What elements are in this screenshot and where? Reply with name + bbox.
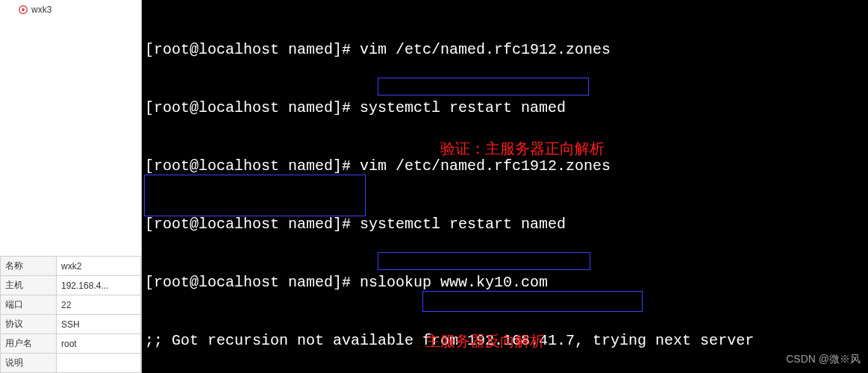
highlight-box <box>144 175 366 216</box>
prop-row: 说明 <box>1 354 141 373</box>
prop-value[interactable]: wxk2 <box>57 257 141 276</box>
prop-row: 端口22 <box>1 295 141 315</box>
prop-label: 用户名 <box>1 334 57 354</box>
sidebar: wxk3 名称wxk2 主机192.168.4... 端口22 协议SSH 用户… <box>0 0 142 373</box>
prop-label: 名称 <box>1 257 57 276</box>
prop-value[interactable]: 192.168.4... <box>57 276 141 295</box>
highlight-box <box>422 291 643 312</box>
terminal-line: [root@localhost named]# vim /etc/named.r… <box>145 157 865 176</box>
prop-row: 主机192.168.4... <box>1 276 141 295</box>
prop-row: 名称wxk2 <box>1 257 141 276</box>
prop-value[interactable] <box>57 354 141 373</box>
prop-row: 协议SSH <box>1 315 141 334</box>
terminal-line: ;; Got recursion not available from 192.… <box>145 331 865 351</box>
svg-point-1 <box>22 8 25 11</box>
watermark: CSDN @微※风 <box>786 349 861 369</box>
highlight-box <box>378 252 590 270</box>
prop-value[interactable]: SSH <box>57 315 141 334</box>
prop-label: 主机 <box>1 276 57 295</box>
prop-value[interactable]: 22 <box>57 295 141 315</box>
prop-label: 协议 <box>1 315 57 334</box>
prop-label: 端口 <box>1 295 57 315</box>
highlight-box <box>378 78 589 95</box>
session-tree[interactable]: wxk3 <box>0 0 141 256</box>
tree-item-wxk3[interactable]: wxk3 <box>3 3 138 16</box>
prop-row: 用户名root <box>1 334 141 354</box>
annotation: 验证：主服务器正向解析 <box>440 139 605 158</box>
terminal-line: [root@localhost named]# nslookup www.ky1… <box>145 273 865 292</box>
tree-item-label: wxk3 <box>31 4 51 15</box>
terminal[interactable]: [root@localhost named]# vim /etc/named.r… <box>142 0 868 373</box>
terminal-line: [root@localhost named]# systemctl restar… <box>145 215 865 234</box>
terminal-line: [root@localhost named]# systemctl restar… <box>145 98 865 118</box>
prop-label: 说明 <box>1 354 57 373</box>
prop-value[interactable]: root <box>57 334 141 354</box>
terminal-line: [root@localhost named]# vim /etc/named.r… <box>145 40 865 60</box>
properties-table: 名称wxk2 主机192.168.4... 端口22 协议SSH 用户名root… <box>0 256 141 373</box>
properties-panel: 名称wxk2 主机192.168.4... 端口22 协议SSH 用户名root… <box>0 256 141 373</box>
terminal-icon <box>18 4 28 15</box>
